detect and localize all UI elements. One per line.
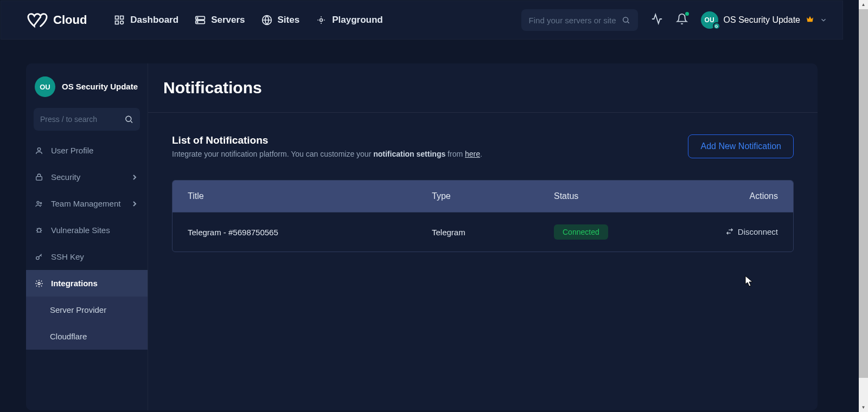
scrollbar-up-button[interactable]: ▲ xyxy=(859,0,868,9)
notifications-table: Title Type Status Actions Telegram - #56… xyxy=(172,180,794,252)
svg-rect-0 xyxy=(116,16,119,20)
notification-settings-link[interactable]: here xyxy=(465,150,480,158)
nav-sites[interactable]: Sites xyxy=(261,15,300,25)
svg-point-7 xyxy=(197,22,198,23)
svg-point-18 xyxy=(38,282,40,285)
sidebar-item-vulnerable[interactable]: Vulnerable Sites xyxy=(26,217,148,243)
activity-button[interactable] xyxy=(651,13,663,27)
sidebar-item-label: Security xyxy=(51,172,80,182)
notifications-button[interactable] xyxy=(676,13,688,27)
nav-dashboard[interactable]: Dashboard xyxy=(114,15,178,25)
table-row: Telegram - #5698750565 Telegram Connecte… xyxy=(173,212,793,252)
svg-rect-2 xyxy=(116,21,119,24)
user-avatar: OU G xyxy=(701,11,718,29)
sidebar-item-security[interactable]: Security xyxy=(26,164,148,190)
bug-icon xyxy=(35,226,43,235)
disconnect-label: Disconnect xyxy=(738,227,778,236)
sidebar-item-label: Server Provider xyxy=(50,305,106,314)
main-content: Notifications List of Notifications Inte… xyxy=(148,63,818,410)
team-icon xyxy=(35,199,43,208)
sidebar-sub-integrations: Server Provider Cloudflare xyxy=(26,297,148,350)
search-icon xyxy=(124,114,133,125)
section-description: Integrate your notification platform. Yo… xyxy=(172,150,482,158)
nav-sites-label: Sites xyxy=(278,15,300,25)
svg-point-15 xyxy=(40,202,42,204)
add-notification-button[interactable]: Add New Notification xyxy=(688,134,794,158)
section-title: List of Notifications xyxy=(172,134,482,146)
grid-icon xyxy=(114,15,125,25)
notification-dot-icon xyxy=(685,12,689,16)
th-title: Title xyxy=(188,191,432,201)
shield-icon xyxy=(35,173,43,182)
cell-status: Connected xyxy=(554,224,717,240)
sidebar-item-label: Integrations xyxy=(51,279,98,288)
sidebar-user[interactable]: OU OS Security Update xyxy=(26,76,148,108)
sidebar-sub-server-provider[interactable]: Server Provider xyxy=(26,297,148,323)
avatar-initials: OU xyxy=(705,16,714,24)
sidebar-item-integrations[interactable]: Integrations xyxy=(26,270,148,297)
cell-title: Telegram - #5698750565 xyxy=(188,228,432,237)
nav-servers-label: Servers xyxy=(211,15,245,25)
th-actions: Actions xyxy=(717,191,778,201)
svg-point-14 xyxy=(37,201,39,203)
brand-logo[interactable]: Cloud xyxy=(27,10,87,30)
gear-icon xyxy=(35,279,43,288)
svg-point-6 xyxy=(197,17,198,18)
global-search-input[interactable] xyxy=(529,16,616,25)
nav-playground[interactable]: Playground xyxy=(316,15,383,25)
chevron-right-icon xyxy=(130,173,139,182)
svg-rect-1 xyxy=(120,16,124,20)
chevron-right-icon xyxy=(130,199,139,208)
th-status: Status xyxy=(554,191,717,201)
chevron-down-icon xyxy=(820,16,827,24)
sidebar-item-label: Cloudflare xyxy=(50,332,87,341)
sidebar-item-label: Vulnerable Sites xyxy=(51,226,110,235)
scrollbar[interactable]: ▲ ▼ xyxy=(859,0,868,412)
sidebar-item-label: SSH Key xyxy=(51,252,84,261)
playground-icon xyxy=(316,15,327,25)
nav-links: Dashboard Servers Sites Playground xyxy=(114,15,382,25)
status-badge: Connected xyxy=(554,224,608,240)
sidebar-item-label: Team Management xyxy=(51,199,120,208)
user-menu[interactable]: OU G OS Security Update xyxy=(701,11,827,29)
sidebar-sub-cloudflare[interactable]: Cloudflare xyxy=(26,323,148,350)
nav-dashboard-label: Dashboard xyxy=(130,15,178,25)
server-icon xyxy=(195,15,206,25)
svg-point-10 xyxy=(623,17,628,22)
th-type: Type xyxy=(432,191,554,201)
sidebar-avatar: OU xyxy=(35,76,55,97)
search-icon xyxy=(622,15,630,25)
user-name-label: OS Security Update xyxy=(724,15,800,25)
user-icon xyxy=(35,146,43,155)
disconnect-button[interactable]: Disconnect xyxy=(726,227,778,236)
brand-logo-icon xyxy=(27,10,48,30)
activity-icon xyxy=(651,13,663,25)
scrollbar-down-button[interactable]: ▼ xyxy=(859,403,868,412)
cell-type: Telegram xyxy=(432,228,554,237)
svg-point-16 xyxy=(37,228,41,232)
nav-playground-label: Playground xyxy=(332,15,383,25)
sidebar-user-name: OS Security Update xyxy=(62,81,138,92)
svg-point-11 xyxy=(126,116,131,121)
sidebar-item-team[interactable]: Team Management xyxy=(26,190,148,217)
sidebar-item-ssh[interactable]: SSH Key xyxy=(26,243,148,270)
svg-point-17 xyxy=(36,256,39,259)
svg-point-3 xyxy=(120,21,124,24)
top-nav: Cloud Dashboard Servers Sites Playground xyxy=(1,1,843,40)
swap-icon xyxy=(726,228,733,235)
sidebar-search[interactable] xyxy=(34,108,140,131)
crown-icon xyxy=(806,15,814,25)
table-header: Title Type Status Actions xyxy=(173,181,793,212)
cell-actions: Disconnect xyxy=(717,227,778,237)
globe-icon xyxy=(261,15,272,25)
svg-point-9 xyxy=(320,19,323,22)
global-search[interactable] xyxy=(521,9,638,31)
scrollbar-thumb[interactable] xyxy=(859,9,868,378)
sidebar: OU OS Security Update User Profile Secur… xyxy=(26,63,148,410)
page-title: Notifications xyxy=(148,79,818,113)
sidebar-item-label: User Profile xyxy=(51,146,93,155)
avatar-sub-badge: G xyxy=(713,22,720,30)
sidebar-item-profile[interactable]: User Profile xyxy=(26,137,148,164)
nav-servers[interactable]: Servers xyxy=(195,15,245,25)
sidebar-search-input[interactable] xyxy=(40,115,120,124)
